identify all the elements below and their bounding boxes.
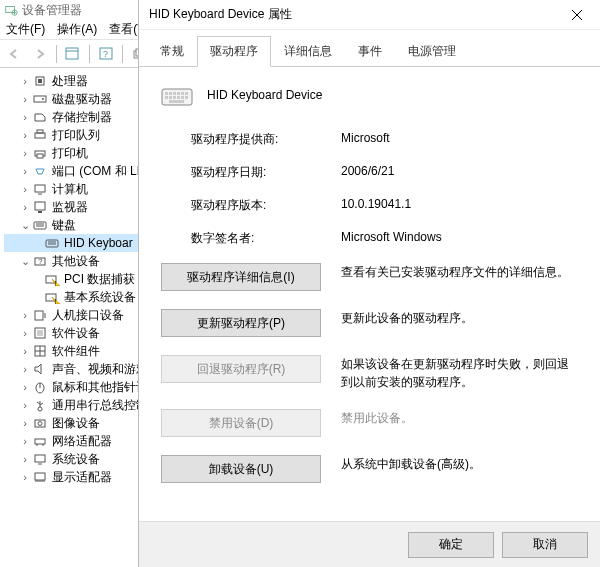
other-devices-icon: ?	[32, 254, 48, 268]
mouse-icon	[32, 380, 48, 394]
disk-icon	[32, 92, 48, 106]
hid-icon	[32, 308, 48, 322]
svg-text:?: ?	[38, 257, 43, 266]
network-icon	[32, 434, 48, 448]
monitor-icon	[32, 200, 48, 214]
rollback-driver-button: 回退驱动程序(R)	[161, 355, 321, 383]
warning-device-icon: !	[44, 272, 60, 286]
svg-rect-70	[173, 96, 176, 99]
prop-signer-value: Microsoft Windows	[341, 230, 442, 247]
keyboard-large-icon	[161, 83, 193, 107]
tab-details[interactable]: 详细信息	[271, 36, 345, 67]
svg-rect-66	[181, 92, 184, 95]
prop-date-value: 2006/6/21	[341, 164, 394, 181]
svg-rect-16	[37, 130, 43, 133]
driver-properties: 驱动程序提供商: Microsoft 驱动程序日期: 2006/6/21 驱动程…	[191, 131, 578, 247]
driver-details-desc: 查看有关已安装驱动程序文件的详细信息。	[341, 263, 578, 281]
svg-rect-68	[165, 96, 168, 99]
svg-text:!: !	[55, 298, 57, 305]
cancel-button[interactable]: 取消	[502, 532, 588, 558]
toolbar-help-button[interactable]: ?	[94, 43, 118, 65]
toolbar-properties-button[interactable]	[61, 43, 85, 65]
update-driver-button[interactable]: 更新驱动程序(P)	[161, 309, 321, 337]
cpu-icon	[32, 74, 48, 88]
dialog-footer: 确定 取消	[139, 521, 600, 567]
svg-rect-40	[37, 330, 43, 336]
svg-text:!: !	[55, 280, 57, 287]
software-device-icon	[32, 326, 48, 340]
update-driver-desc: 更新此设备的驱动程序。	[341, 309, 578, 327]
printer-icon	[32, 146, 48, 160]
svg-rect-69	[169, 96, 172, 99]
svg-point-51	[38, 422, 42, 426]
tab-power[interactable]: 电源管理	[395, 36, 469, 67]
prop-version: 驱动程序版本: 10.0.19041.1	[191, 197, 578, 214]
computer-icon	[32, 182, 48, 196]
toolbar-separator	[122, 45, 123, 63]
svg-rect-15	[35, 133, 45, 138]
toolbar-separator	[56, 45, 57, 63]
properties-dialog: HID Keyboard Device 属性 常规 驱动程序 详细信息 事件 电…	[138, 0, 600, 567]
svg-rect-19	[35, 185, 45, 192]
tab-events[interactable]: 事件	[345, 36, 395, 67]
svg-rect-63	[169, 92, 172, 95]
device-name: HID Keyboard Device	[207, 88, 322, 102]
close-icon	[571, 9, 583, 21]
dialog-title: HID Keyboard Device 属性	[149, 6, 292, 23]
dialog-tabs: 常规 驱动程序 详细信息 事件 电源管理	[139, 30, 600, 67]
svg-text:?: ?	[103, 49, 108, 59]
prop-signer: 数字签名者: Microsoft Windows	[191, 230, 578, 247]
toolbar-back-button[interactable]	[2, 43, 26, 65]
driver-actions: 驱动程序详细信息(I) 查看有关已安装驱动程序文件的详细信息。 更新驱动程序(P…	[161, 263, 578, 483]
svg-rect-52	[35, 439, 45, 444]
prop-version-value: 10.0.19041.1	[341, 197, 411, 214]
prop-date-label: 驱动程序日期:	[191, 164, 341, 181]
svg-rect-74	[169, 100, 184, 103]
warning-device-icon: !	[44, 290, 60, 304]
svg-rect-62	[165, 92, 168, 95]
disable-device-desc: 禁用此设备。	[341, 409, 578, 427]
svg-rect-71	[177, 96, 180, 99]
disable-device-button: 禁用设备(D)	[161, 409, 321, 437]
device-header: HID Keyboard Device	[161, 83, 578, 107]
prop-provider: 驱动程序提供商: Microsoft	[191, 131, 578, 148]
device-manager-title: 设备管理器	[22, 2, 82, 19]
svg-rect-12	[38, 79, 42, 83]
camera-icon	[32, 416, 48, 430]
close-button[interactable]	[554, 0, 600, 30]
usb-icon	[32, 398, 48, 412]
uninstall-device-desc: 从系统中卸载设备(高级)。	[341, 455, 578, 473]
tab-driver[interactable]: 驱动程序	[197, 36, 271, 67]
svg-rect-37	[35, 311, 43, 320]
software-component-icon	[32, 344, 48, 358]
driver-details-button[interactable]: 驱动程序详细信息(I)	[161, 263, 321, 291]
prop-provider-label: 驱动程序提供商:	[191, 131, 341, 148]
svg-rect-65	[177, 92, 180, 95]
svg-rect-73	[185, 96, 188, 99]
display-adapter-icon	[32, 470, 48, 484]
prop-signer-label: 数字签名者:	[191, 230, 341, 247]
prop-date: 驱动程序日期: 2006/6/21	[191, 164, 578, 181]
prop-provider-value: Microsoft	[341, 131, 390, 148]
prop-version-label: 驱动程序版本:	[191, 197, 341, 214]
svg-rect-64	[173, 92, 176, 95]
tab-general[interactable]: 常规	[147, 36, 197, 67]
rollback-driver-desc: 如果该设备在更新驱动程序时失败，则回退到以前安装的驱动程序。	[341, 355, 578, 391]
ok-button[interactable]: 确定	[408, 532, 494, 558]
svg-rect-18	[37, 154, 43, 158]
svg-rect-55	[35, 455, 45, 462]
storage-icon	[32, 110, 48, 124]
dialog-titlebar: HID Keyboard Device 属性	[139, 0, 600, 30]
port-icon	[32, 164, 48, 178]
svg-point-14	[42, 98, 44, 100]
menu-action[interactable]: 操作(A)	[53, 20, 101, 39]
uninstall-device-button[interactable]: 卸载设备(U)	[161, 455, 321, 483]
svg-rect-67	[185, 92, 188, 95]
toolbar-forward-button[interactable]	[28, 43, 52, 65]
menu-file[interactable]: 文件(F)	[2, 20, 49, 39]
svg-rect-13	[34, 96, 46, 102]
keyboard-icon	[32, 218, 48, 232]
sound-icon	[32, 362, 48, 376]
svg-rect-4	[66, 48, 78, 59]
system-device-icon	[32, 452, 48, 466]
